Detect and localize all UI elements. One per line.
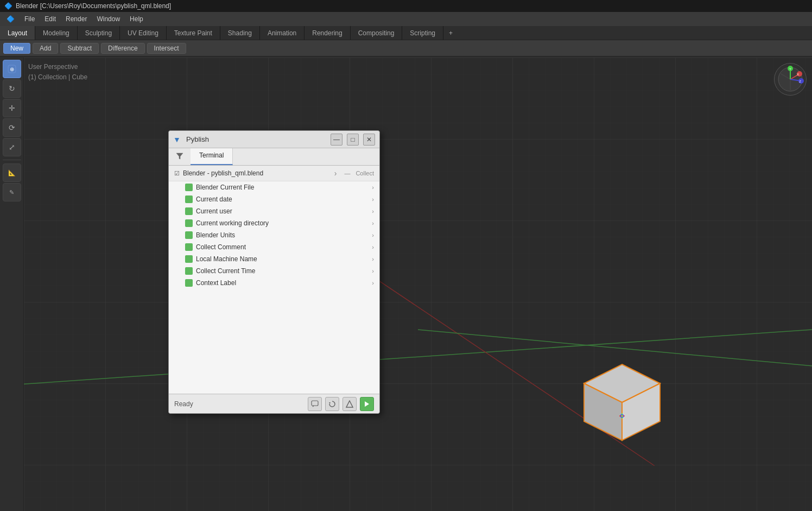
intersect-button[interactable]: Intersect (147, 43, 186, 54)
item-status-icon (185, 243, 193, 251)
collect-label: Collect (356, 170, 374, 176)
item-status-icon (185, 219, 193, 227)
item-arrow-icon: › (372, 220, 374, 226)
difference-button[interactable]: Difference (101, 43, 144, 54)
item-label: Blender Units (196, 231, 369, 239)
viewport[interactable]: User Perspective (1) Collection | Cube (24, 58, 812, 511)
item-label: Current date (196, 195, 369, 203)
tree-header-label: Blender - pyblish_qml.blend (183, 169, 331, 177)
terminal-tab[interactable]: Terminal (191, 148, 233, 165)
3d-cube (568, 348, 676, 446)
item-status-icon (185, 207, 193, 215)
scale-tool[interactable]: ⤢ (3, 138, 21, 156)
list-item[interactable]: Blender Current File › (169, 181, 379, 193)
tab-uv-editing[interactable]: UV Editing (120, 26, 167, 40)
item-arrow-icon: › (372, 208, 374, 215)
item-arrow-icon: › (372, 184, 374, 191)
svg-rect-25 (312, 401, 318, 406)
tab-sculpting[interactable]: Sculpting (78, 26, 120, 40)
item-status-icon (185, 195, 193, 203)
item-label: Context Label (196, 279, 369, 287)
item-arrow-icon: › (372, 280, 374, 286)
dialog-minimize-button[interactable]: — (331, 134, 342, 146)
viewport-gizmo[interactable]: X Y Z (774, 63, 807, 96)
edit-menu[interactable]: Edit (40, 14, 60, 24)
list-item[interactable]: Collect Comment › (169, 241, 379, 253)
dialog-maximize-button[interactable]: □ (347, 134, 359, 146)
svg-marker-27 (329, 402, 331, 404)
dialog-titlebar: ▼ Pyblish — □ ✕ (169, 131, 379, 148)
tab-shading[interactable]: Shading (220, 26, 260, 40)
svg-marker-29 (365, 401, 369, 407)
list-item[interactable]: Blender Units › (169, 229, 379, 241)
item-arrow-icon: › (372, 196, 374, 203)
menu-bar: 🔷 File Edit Render Window Help (0, 12, 812, 26)
list-item[interactable]: Current working directory › (169, 217, 379, 229)
tab-scripting[interactable]: Scripting (402, 26, 443, 40)
tab-animation[interactable]: Animation (260, 26, 304, 40)
save-button[interactable] (342, 397, 357, 411)
file-menu[interactable]: File (20, 14, 39, 24)
list-item[interactable]: Collect Current Time › (169, 265, 379, 277)
workspace-tabs: Layout Modeling Sculpting UV Editing Tex… (0, 26, 812, 40)
tree-expand-icon[interactable]: › (334, 169, 337, 178)
collect-dash-label: — (344, 170, 350, 176)
measure-tool[interactable]: 📐 (3, 163, 21, 182)
item-arrow-icon: › (372, 268, 374, 274)
list-item[interactable]: Local Machine Name › (169, 253, 379, 265)
item-label: Collect Current Time (196, 267, 369, 275)
dialog-footer: Ready (169, 394, 379, 413)
annotate-tool[interactable]: ✎ (3, 183, 21, 201)
viewport-label: User Perspective (1) Collection | Cube (28, 62, 87, 83)
rotate-tool[interactable]: ↻ (3, 79, 21, 98)
move-tool[interactable]: ✛ (3, 99, 21, 117)
blender-logo-icon: 🔷 (4, 2, 12, 10)
subtract-button[interactable]: Subtract (60, 43, 99, 54)
item-label: Blender Current File (196, 184, 369, 191)
window-menu[interactable]: Window (92, 14, 124, 24)
dialog-title: Pyblish (186, 135, 326, 143)
cursor-tool[interactable]: ⊕ (3, 60, 21, 78)
tab-rendering[interactable]: Rendering (304, 26, 350, 40)
help-menu[interactable]: Help (125, 14, 148, 24)
tab-compositing[interactable]: Compositing (351, 26, 403, 40)
add-button[interactable]: Add (33, 43, 58, 54)
refresh-button[interactable] (325, 397, 339, 411)
tree-checkbox-icon[interactable]: ☑ (174, 170, 180, 177)
title-bar: 🔷 Blender [C:\Users\Roy\Documents\pyblis… (0, 0, 812, 12)
item-arrow-icon: › (372, 244, 374, 250)
item-label: Collect Comment (196, 243, 369, 251)
list-item[interactable]: Current user › (169, 205, 379, 217)
tree-header: ☑ Blender - pyblish_qml.blend › — Collec… (169, 166, 379, 181)
svg-text:Z: Z (799, 80, 801, 83)
filter-tab[interactable] (169, 148, 191, 165)
comment-button[interactable] (308, 397, 322, 411)
status-text: Ready (174, 400, 304, 408)
toolbar-row: New Add Subtract Difference Intersect (0, 40, 812, 56)
collection-label: (1) Collection | Cube (28, 72, 87, 83)
tab-layout[interactable]: Layout (0, 26, 35, 40)
add-workspace-button[interactable]: + (443, 26, 458, 40)
tab-modeling[interactable]: Modeling (35, 26, 78, 40)
title-text: Blender [C:\Users\Roy\Documents\pyblish_… (16, 2, 171, 10)
dialog-close-button[interactable]: ✕ (363, 134, 375, 146)
svg-text:⊕: ⊕ (10, 66, 14, 72)
collect-items-list: Blender Current File › Current date › Cu… (169, 181, 379, 289)
viewport-grid (24, 58, 812, 511)
tab-texture-paint[interactable]: Texture Paint (167, 26, 220, 40)
blender-icon[interactable]: 🔷 (2, 14, 19, 24)
rotate2-tool[interactable]: ⟳ (3, 118, 21, 137)
pyblish-logo-icon: ▼ (173, 135, 182, 144)
perspective-label: User Perspective (28, 62, 87, 72)
new-button[interactable]: New (3, 43, 30, 54)
left-tools: ⊕ ↻ ✛ ⟳ ⤢ 📐 ✎ (0, 58, 24, 511)
item-status-icon (185, 267, 193, 275)
item-status-icon (185, 184, 193, 191)
svg-rect-3 (24, 58, 812, 511)
list-item[interactable]: Current date › (169, 193, 379, 205)
play-button[interactable] (360, 397, 374, 411)
item-label: Current working directory (196, 219, 369, 227)
list-item[interactable]: Context Label › (169, 277, 379, 289)
render-menu[interactable]: Render (61, 14, 91, 24)
svg-text:Y: Y (789, 67, 791, 71)
